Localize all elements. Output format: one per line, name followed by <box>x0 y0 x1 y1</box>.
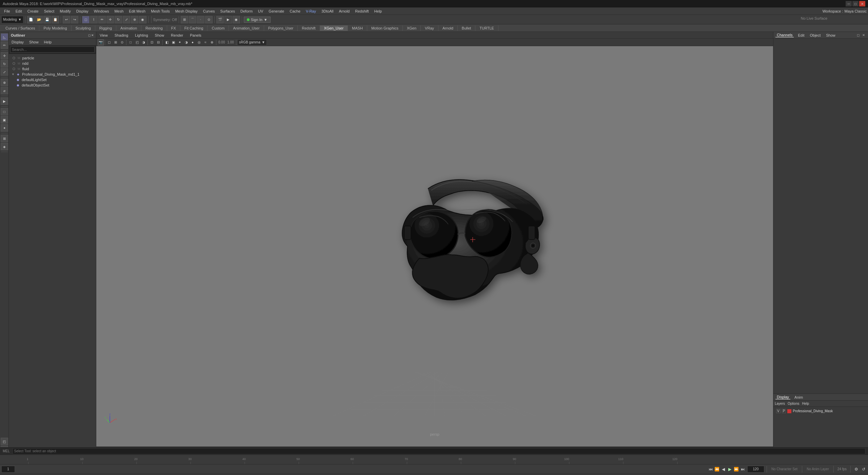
menu-edit[interactable]: Edit <box>13 8 25 14</box>
paint-select-btn[interactable]: ✏ <box>98 16 106 23</box>
outliner-item-fluid[interactable]: ⬡ M fluid <box>9 66 96 72</box>
tab-custom[interactable]: Custom <box>208 25 229 31</box>
select-btn[interactable]: ◺ <box>1 33 8 41</box>
menu-surfaces[interactable]: Surfaces <box>218 8 238 14</box>
outliner-help-menu[interactable]: Help <box>41 39 55 45</box>
vp-dof-btn[interactable]: ◎ <box>196 39 202 45</box>
snap-curve-btn[interactable]: ⌒ <box>189 16 196 23</box>
outliner-show-menu[interactable]: Show <box>26 39 41 45</box>
options-menu[interactable]: Options <box>788 402 799 405</box>
new-scene-btn[interactable]: 📄 <box>27 16 35 23</box>
go-end-btn[interactable]: ⏭ <box>740 466 746 472</box>
timeline-ruler[interactable]: 1 10 20 30 40 50 60 70 80 90 100 110 120 <box>0 455 868 464</box>
tab-xgen-user[interactable]: XGen_User <box>320 25 348 31</box>
minimize-button[interactable]: ─ <box>846 1 852 6</box>
menu-mesh-display[interactable]: Mesh Display <box>173 8 200 14</box>
menu-cache[interactable]: Cache <box>287 8 303 14</box>
universal-manip-btn[interactable]: ⊕ <box>131 16 138 23</box>
menu-windows[interactable]: Windows <box>91 8 112 14</box>
tab-fit-caching[interactable]: Fit Caching <box>180 25 208 31</box>
menu-display[interactable]: Display <box>74 8 91 14</box>
vp-view-menu[interactable]: View <box>96 33 111 38</box>
tab-polygons-user[interactable]: Polygons_User <box>264 25 298 31</box>
help-menu[interactable]: Help <box>802 402 809 405</box>
tab-turtle[interactable]: TURTLE <box>475 25 498 31</box>
render-left-btn[interactable]: ▶ <box>1 97 8 105</box>
tab-bullet[interactable]: Bullet <box>458 25 476 31</box>
vp-isolate-btn[interactable]: ◑ <box>140 39 146 45</box>
layer-row[interactable]: V P Professional_Diving_Mask <box>775 408 867 414</box>
maximize-button[interactable]: □ <box>852 1 859 6</box>
layer-playback-p[interactable]: P <box>782 409 786 413</box>
tab-rigging[interactable]: Rigging <box>95 25 116 31</box>
layer-visibility-v[interactable]: V <box>776 409 781 413</box>
gamma-selector[interactable]: sRGB gamma ▼ <box>237 39 267 45</box>
edit-tab[interactable]: Edit <box>796 33 806 37</box>
vp-shading-mode-btn[interactable]: ◧ <box>164 39 170 45</box>
scale-tool-btn[interactable]: ⤢ <box>123 16 130 23</box>
redo-btn[interactable]: ↪ <box>71 16 78 23</box>
title-bar-controls[interactable]: ─ □ ✕ <box>846 1 865 6</box>
snap-proj-btn[interactable]: ⊙ <box>205 16 213 23</box>
menu-arnold[interactable]: Arnold <box>336 8 352 14</box>
tab-animation-user[interactable]: Animation_User <box>229 25 264 31</box>
right-panel-float-btn[interactable]: ◻ <box>856 33 861 38</box>
tab-curves-surfaces[interactable]: Curves / Surfaces <box>1 25 39 31</box>
timeline-prefs-btn[interactable]: ⚙ <box>853 466 859 472</box>
vp-lighting-menu[interactable]: Lighting <box>132 33 152 38</box>
save-scene-btn[interactable]: 💾 <box>43 16 51 23</box>
menu-generate[interactable]: Generate <box>266 8 287 14</box>
vp-ao-btn[interactable]: ● <box>190 39 196 45</box>
vp-texture-btn[interactable]: ▣ <box>170 39 176 45</box>
outliner-item-light-set[interactable]: ◉ defaultLightSet <box>9 77 96 82</box>
tab-fx[interactable]: FX <box>167 25 180 31</box>
select-tool-btn[interactable]: ◻ <box>82 16 90 23</box>
camera-btn[interactable]: ▣ <box>1 116 8 124</box>
outliner-close-btn[interactable]: ✕ <box>91 34 94 37</box>
tab-rendering[interactable]: Rendering <box>141 25 167 31</box>
vp-panels-menu[interactable]: Panels <box>186 33 205 38</box>
script-btn[interactable]: ◰ <box>1 438 8 445</box>
play-fwd-btn[interactable]: ▶ <box>727 466 733 472</box>
viewport-canvas[interactable]: persp X Y Z <box>96 46 773 446</box>
menu-help[interactable]: Help <box>372 8 385 14</box>
vp-resolution-btn[interactable]: □ <box>127 39 134 45</box>
snap-grid-btn[interactable]: ⊞ <box>181 16 188 23</box>
tab-redshift[interactable]: Redshift <box>298 25 320 31</box>
vp-motion-blur-btn[interactable]: ≈ <box>202 39 209 45</box>
menu-vray[interactable]: V-Ray <box>303 8 319 14</box>
vp-render-menu[interactable]: Render <box>167 33 186 38</box>
outliner-item-object-set[interactable]: ◉ defaultObjectSet <box>9 82 96 88</box>
snap-point-btn[interactable]: · <box>197 16 204 23</box>
render-btn[interactable]: ▶ <box>224 16 232 23</box>
anim-tab[interactable]: Anim <box>793 395 804 399</box>
undo-btn[interactable]: ↩ <box>63 16 70 23</box>
ipr-btn[interactable]: ◉ <box>233 16 240 23</box>
menu-mesh-tools[interactable]: Mesh Tools <box>148 8 172 14</box>
vp-shading-menu[interactable]: Shading <box>111 33 132 38</box>
play-back-btn[interactable]: ◀ <box>721 466 727 472</box>
vp-light-mode-btn[interactable]: ✦ <box>177 39 183 45</box>
move-btn[interactable]: ✛ <box>1 52 8 59</box>
outliner-item-diving-mask[interactable]: ▼ ◈ Professional_Diving_Mask_md1_1 <box>9 72 96 77</box>
tab-animation[interactable]: Animation <box>116 25 141 31</box>
menu-3dtoa[interactable]: 3DtoAll <box>319 8 336 14</box>
vp-show-menu[interactable]: Show <box>152 33 168 38</box>
deform-btn[interactable]: ⌀ <box>1 87 8 94</box>
snap-btn[interactable]: ⊕ <box>1 79 8 86</box>
menu-select[interactable]: Select <box>41 8 57 14</box>
tab-vray[interactable]: VRay <box>421 25 438 31</box>
open-scene-btn[interactable]: 📂 <box>35 16 43 23</box>
tab-mash[interactable]: MASH <box>348 25 367 31</box>
outliner-item-particle[interactable]: ⬡ M particle <box>9 55 96 61</box>
vp-hud-btn[interactable]: ⊕ <box>209 39 215 45</box>
menu-modify[interactable]: Modify <box>57 8 73 14</box>
node-btn[interactable]: ◈ <box>1 143 8 150</box>
object-tab[interactable]: Object <box>808 33 822 37</box>
soft-select-btn[interactable]: ◉ <box>139 16 146 23</box>
outliner-display-menu[interactable]: Display <box>9 39 26 45</box>
step-fwd-btn[interactable]: ⏩ <box>733 466 739 472</box>
step-back-btn[interactable]: ⏪ <box>714 466 720 472</box>
vp-shadow-btn[interactable]: ◑ <box>183 39 189 45</box>
vp-render-region-btn[interactable]: ◰ <box>134 39 140 45</box>
